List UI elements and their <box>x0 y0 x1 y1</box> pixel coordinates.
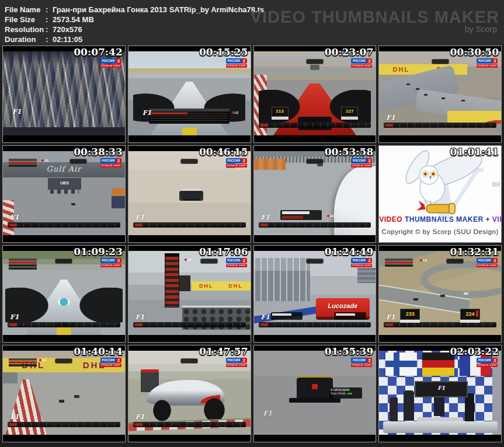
dhl-banner: DHLDHL <box>192 281 250 291</box>
thumbnail-mclaren-closeup[interactable]: РОССИЯ2ПРЯМОЙ ЭФИР F1 01:47:57 <box>128 345 251 442</box>
finland-flag <box>385 352 417 376</box>
thumbnail-timestamp: 02:03:22 <box>450 345 499 357</box>
thumbnail-dhl-corner[interactable]: DHLDHL LG РОССИЯ2ПРЯМОЙ ЭФИР F1 01:40:14 <box>2 345 126 442</box>
video-frame: РОССИЯ2ПРЯМОЙ ЭФИР F1 <box>128 151 251 235</box>
channel-number: 2 <box>367 258 372 263</box>
rossiya2-channel-logo: РОССИЯ2ПРЯМОЙ ЭФИР <box>100 358 121 367</box>
thumbnail-timestamp: 01:47:57 <box>199 345 248 357</box>
rossiya2-channel-logo: РОССИЯ2ПРЯМОЙ ЭФИР <box>100 258 121 267</box>
thumbnail-timestamp: 00:53:58 <box>325 146 374 158</box>
speed-readout-right: 224 <box>460 309 480 320</box>
race-cars <box>416 88 419 90</box>
lg-logo: LG <box>327 214 334 218</box>
live-badge: ПРЯМОЙ ЭФИР <box>100 264 121 267</box>
thumbnail-timestamp: 01:40:14 <box>74 345 123 357</box>
lap-counter <box>69 159 87 164</box>
thumbnail-gulf-air-bridge[interactable]: Gulf Air UBS LG РОССИЯ2ПРЯМОЙ ЭФИР F1 00… <box>2 145 126 243</box>
dhl-text: DHL <box>228 283 243 289</box>
thumbnail-podium[interactable]: F1 РОССИЯ2ПРЯМОЙ ЭФИР 02:03:22 <box>378 345 502 442</box>
live-badge: ПРЯМОЙ ЭФИР <box>351 164 372 167</box>
thumbnail-timestamp: 01:09:23 <box>74 246 123 257</box>
driver-name-graphic <box>280 210 322 220</box>
timing-ticker <box>384 322 496 327</box>
thumbnail-mercedes-onboard[interactable]: РОССИЯ2ПРЯМОЙ ЭФИР F1 LG 00:15:25 <box>128 46 251 143</box>
driver-helmet <box>57 327 71 335</box>
battle-graphic <box>9 159 37 167</box>
thumbnail-vtm-logo[interactable]: V BR VIDEO THUMBNAILS MAKER + VIEWER Cop… <box>378 145 502 243</box>
video-frame: Gulf Air UBS LG РОССИЯ2ПРЯМОЙ ЭФИР F1 <box>3 151 125 235</box>
thumbnail-timestamp: 01:17:06 <box>199 246 248 257</box>
channel-name: РОССИЯ <box>100 158 116 163</box>
f1-logo: F1 <box>135 214 144 221</box>
edge-text: BR <box>492 181 500 188</box>
thumbnail-williams-on-track[interactable]: РОССИЯ2ПРЯМОЙ ЭФИР F1 00:46:15 <box>128 145 251 243</box>
live-badge: ПРЯМОЙ ЭФИР <box>100 364 121 367</box>
trackside-wall <box>3 372 18 383</box>
video-frame: РОССИЯ2ПРЯМОЙ ЭФИР F1 <box>128 351 251 435</box>
channel-number: 2 <box>492 58 498 64</box>
rossiya2-channel-logo: РОССИЯ2ПРЯМОЙ ЭФИР <box>351 158 372 167</box>
pit-info-box <box>271 312 303 320</box>
thumbnail-lotus-headon[interactable]: R GROSJEAN Team Radio РОССИЯ2ПРЯМОЙ ЭФИР… <box>253 345 377 442</box>
lg-logo: LG <box>185 258 192 261</box>
timing-ticker <box>133 322 246 327</box>
thumbnail-ferrari-onboard[interactable]: 213 227 РОССИЯ2ПРЯМОЙ ЭФИР 00:23:07 <box>253 46 377 143</box>
thumbnail-timing-tower[interactable]: DHLDHL LG РОССИЯ2ПРЯМОЙ ЭФИР F1 01:17:06 <box>128 245 251 343</box>
video-frame: РОССИЯ2ПРЯМОЙ ЭФИР F1 <box>3 251 125 335</box>
radio-label: Team Radio <box>331 392 361 395</box>
channel-number: 2 <box>116 58 121 64</box>
thumbnail-timestamp: 00:07:42 <box>74 46 123 58</box>
timing-tower-graphic <box>165 256 179 308</box>
dhl-banner-lower <box>447 111 501 124</box>
rossiya2-channel-logo: РОССИЯ2ПРЯМОЙ ЭФИР <box>477 358 498 367</box>
trackside-building <box>179 275 190 291</box>
channel-number: 2 <box>242 358 247 363</box>
channel-name: РОССИЯ <box>477 358 492 363</box>
lap-counter <box>306 259 324 264</box>
channel-name: РОССИЯ <box>100 258 116 263</box>
rossiya2-channel-logo: РОССИЯ2ПРЯМОЙ ЭФИР <box>226 358 247 367</box>
thumbnail-hairpin-aerial[interactable]: 233 224 LG РОССИЯ2ПРЯМОЙ ЭФИР F1 01:32:3… <box>378 245 502 343</box>
timing-ticker <box>133 422 246 427</box>
channel-number: 2 <box>367 358 372 363</box>
channel-name: РОССИЯ <box>100 58 116 64</box>
lap-counter <box>306 159 324 164</box>
brand-plus: + <box>485 215 490 224</box>
timing-ticker <box>8 322 120 327</box>
rossiya2-channel-logo: РОССИЯ2ПРЯМОЙ ЭФИР <box>100 158 121 167</box>
rossiya2-channel-logo: РОССИЯ2ПРЯМОЙ ЭФИР <box>351 358 372 367</box>
app-watermark: VIDEO THUMBNAILS MAKER by Scorp <box>251 8 499 34</box>
orange-barrier <box>254 159 286 170</box>
colon: : <box>46 5 53 15</box>
thumbnail-grandstand-crowd[interactable]: РОССИЯ2ПРЯМОЙ ЭФИР F1 00:07:42 <box>2 46 126 143</box>
tyres <box>5 288 122 323</box>
thumbnail-timestamp: 01:55:39 <box>325 345 374 357</box>
colon: : <box>46 25 53 34</box>
colon: : <box>46 15 53 25</box>
live-badge: ПРЯМОЙ ЭФИР <box>226 364 247 367</box>
channel-number: 2 <box>116 158 121 163</box>
channel-name: РОССИЯ <box>351 58 367 64</box>
f1-logo: F1 <box>135 413 144 421</box>
thumbnail-rear-camera[interactable]: LG РОССИЯ2ПРЯМОЙ ЭФИР F1 00:53:58 <box>253 145 377 243</box>
timing-ticker <box>384 123 496 128</box>
thumbnail-mercedes-onboard-2[interactable]: РОССИЯ2ПРЯМОЙ ЭФИР F1 01:09:23 <box>2 245 126 343</box>
lap-counter <box>180 159 198 164</box>
video-frame: РОССИЯ2ПРЯМОЙ ЭФИР F1 <box>3 51 125 135</box>
channel-number: 2 <box>367 58 372 64</box>
thumbnail-timestamp: 00:15:25 <box>199 46 248 58</box>
channel-number: 2 <box>492 258 498 263</box>
lap-counter <box>180 358 198 364</box>
pit-info-box <box>334 312 366 320</box>
channel-number: 2 <box>242 158 247 163</box>
f1-logo: F1 <box>263 410 272 417</box>
f1-logo: F1 <box>386 313 395 321</box>
thumbnail-track-overview[interactable]: DHLDHL РОССИЯ2ПРЯМОЙ ЭФИР F1 00:30:50 <box>378 46 502 143</box>
video-frame: DHLDHL LG РОССИЯ2ПРЯМОЙ ЭФИР F1 <box>3 351 125 435</box>
thumbnail-pit-lane[interactable]: Lucozade РОССИЯ2ПРЯМОЙ ЭФИР F1 01:24:49 <box>253 245 377 343</box>
thumbnail-timestamp: 01:32:31 <box>450 246 499 257</box>
lap-counter <box>446 259 464 264</box>
channel-name: РОССИЯ <box>351 158 367 163</box>
race-car <box>71 203 75 205</box>
live-badge: ПРЯМОЙ ЭФИР <box>477 264 498 267</box>
